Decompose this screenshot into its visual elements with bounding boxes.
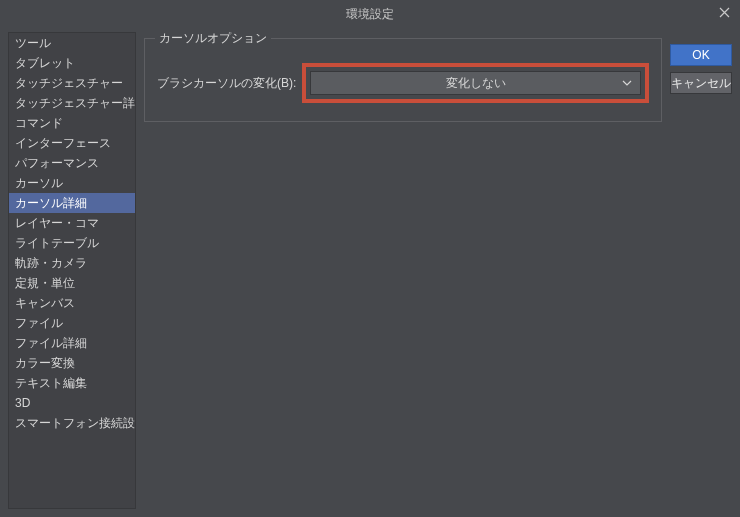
- sidebar-item-3[interactable]: タッチジェスチャー詳細: [9, 93, 135, 113]
- brush-cursor-select[interactable]: 変化しない: [310, 71, 641, 95]
- titlebar: 環境設定: [0, 0, 740, 28]
- dialog-title: 環境設定: [346, 6, 394, 23]
- sidebar-item-11[interactable]: 軌跡・カメラ: [9, 253, 135, 273]
- brush-cursor-highlight: 変化しない: [302, 63, 649, 103]
- close-button[interactable]: [708, 0, 740, 28]
- sidebar-item-8[interactable]: カーソル詳細: [9, 193, 135, 213]
- close-icon: [719, 7, 730, 21]
- sidebar-item-2[interactable]: タッチジェスチャー: [9, 73, 135, 93]
- brush-cursor-row: ブラシカーソルの変化(B): 変化しない: [157, 63, 649, 103]
- main-panel: カーソルオプション ブラシカーソルの変化(B): 変化しない: [144, 32, 662, 509]
- sidebar-item-6[interactable]: パフォーマンス: [9, 153, 135, 173]
- dialog-content: ツールタブレットタッチジェスチャータッチジェスチャー詳細コマンドインターフェース…: [0, 28, 740, 517]
- fieldset-legend: カーソルオプション: [155, 30, 271, 47]
- sidebar-item-15[interactable]: ファイル詳細: [9, 333, 135, 353]
- sidebar-item-10[interactable]: ライトテーブル: [9, 233, 135, 253]
- sidebar-item-0[interactable]: ツール: [9, 33, 135, 53]
- sidebar-item-9[interactable]: レイヤー・コマ: [9, 213, 135, 233]
- ok-button[interactable]: OK: [670, 44, 732, 66]
- sidebar-item-4[interactable]: コマンド: [9, 113, 135, 133]
- sidebar-item-5[interactable]: インターフェース: [9, 133, 135, 153]
- cursor-options-fieldset: カーソルオプション ブラシカーソルの変化(B): 変化しない: [144, 38, 662, 122]
- button-column: OK キャンセル: [670, 32, 732, 509]
- sidebar-item-12[interactable]: 定規・単位: [9, 273, 135, 293]
- sidebar-item-1[interactable]: タブレット: [9, 53, 135, 73]
- sidebar-item-17[interactable]: テキスト編集: [9, 373, 135, 393]
- sidebar-item-19[interactable]: スマートフォン接続設定: [9, 413, 135, 433]
- brush-cursor-value: 変化しない: [446, 75, 506, 92]
- brush-cursor-label: ブラシカーソルの変化(B):: [157, 75, 296, 92]
- sidebar-item-7[interactable]: カーソル: [9, 173, 135, 193]
- sidebar-item-14[interactable]: ファイル: [9, 313, 135, 333]
- chevron-down-icon: [622, 80, 632, 86]
- cancel-button[interactable]: キャンセル: [670, 72, 732, 94]
- sidebar-item-16[interactable]: カラー変換: [9, 353, 135, 373]
- sidebar: ツールタブレットタッチジェスチャータッチジェスチャー詳細コマンドインターフェース…: [8, 32, 136, 509]
- sidebar-item-13[interactable]: キャンバス: [9, 293, 135, 313]
- sidebar-item-18[interactable]: 3D: [9, 393, 135, 413]
